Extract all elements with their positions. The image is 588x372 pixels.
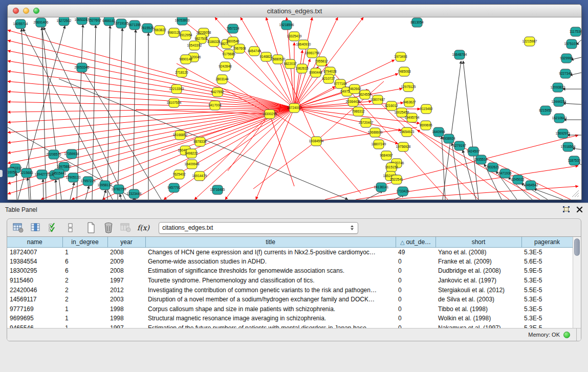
graph-node[interactable]: 15272502 [57, 17, 72, 26]
graph-node[interactable]: 1527602 [88, 17, 101, 25]
column-header[interactable]: title [145, 237, 396, 247]
graph-node[interactable]: 9424507 [467, 147, 480, 156]
graph-node[interactable]: 16782759 [112, 185, 126, 194]
graph-node[interactable]: 6279197 [453, 141, 466, 150]
graph-node[interactable]: 9242848 [219, 62, 232, 71]
graph-node[interactable]: 19218596 [279, 20, 294, 30]
graph-node[interactable]: 8427552 [211, 87, 224, 97]
graph-node[interactable]: 9115460 [420, 104, 433, 114]
graph-node[interactable]: 9457791 [167, 183, 181, 192]
column-header[interactable]: △out_de… [396, 237, 435, 247]
graph-node[interactable]: 16961758 [305, 49, 320, 58]
graph-node[interactable]: 9684067 [380, 151, 393, 160]
graph-node[interactable]: 7485063 [398, 67, 411, 76]
window-resize-grip[interactable] [570, 188, 579, 198]
table-header-row[interactable]: namein_degreeyeartitle△out_de…shortpager… [7, 237, 573, 247]
graph-node[interactable]: 8912954 [179, 31, 192, 40]
graph-node[interactable]: 8471936 [498, 169, 512, 178]
table-vertical-scrollbar[interactable] [573, 237, 581, 341]
graph-node[interactable]: 20691406 [34, 18, 49, 27]
graph-node[interactable]: 13942737 [35, 170, 50, 179]
graph-node[interactable]: 1962615 [295, 64, 309, 73]
graph-node[interactable]: 7625402 [172, 170, 186, 179]
column-header[interactable]: pagerank [521, 237, 573, 247]
graph-node[interactable]: 14055714 [13, 19, 28, 29]
table-row[interactable]: 911546021997Tourette syndrome. Phenomeno… [7, 276, 573, 286]
graph-node[interactable]: 2935514 [474, 155, 488, 164]
graph-node[interactable]: 9175685 [222, 50, 235, 59]
graph-node[interactable]: 16914479 [192, 171, 207, 181]
graph-node[interactable]: 12975125 [401, 82, 416, 92]
graph-node[interactable]: 18107554 [167, 98, 182, 107]
graph-node[interactable]: 10807487 [371, 95, 385, 104]
graph-node[interactable]: 7615526 [141, 24, 154, 33]
graph-node[interactable]: 20206576 [47, 150, 61, 159]
graph-node[interactable]: 9463627 [403, 98, 416, 107]
float-panel-icon[interactable] [562, 206, 570, 213]
graph-node[interactable]: 1615152 [385, 163, 398, 172]
graph-node[interactable]: 12215987 [522, 37, 537, 46]
graph-node[interactable]: 7832621 [486, 163, 499, 172]
graph-node[interactable]: 10719185 [114, 19, 129, 28]
graph-node[interactable]: 9210727 [322, 74, 335, 83]
graph-node[interactable]: 9960128 [167, 28, 181, 37]
graph-node[interactable]: 7957224 [226, 24, 239, 33]
graph-node[interactable]: 7955812 [315, 57, 328, 66]
graph-node[interactable]: 1187533 [568, 156, 581, 165]
close-panel-icon[interactable] [576, 206, 583, 213]
graph-node[interactable]: 15692971 [556, 129, 571, 138]
graph-node[interactable]: 18807249 [372, 140, 386, 149]
table-row[interactable]: 1938455462009Genome-wide association stu… [7, 257, 573, 267]
graph-node[interactable]: 17016504 [561, 142, 576, 151]
table-row[interactable]: 969969511998Structural magnetic resonanc… [7, 314, 573, 323]
table-row[interactable]: 1456911722003Disruption of a novel membe… [7, 295, 573, 304]
scrollbar-thumb[interactable] [574, 238, 580, 256]
graph-node[interactable]: 2803144 [215, 75, 229, 84]
graph-node[interactable]: 1215683 [20, 168, 33, 178]
graph-node[interactable]: 15720407 [359, 118, 374, 127]
graph-node[interactable]: 15751074 [564, 39, 579, 49]
graph-node[interactable]: 1973493 [394, 52, 407, 61]
graph-node[interactable]: 7986312 [352, 107, 365, 116]
graph-node[interactable]: 8813054 [410, 18, 424, 27]
graph-node[interactable]: 8454749 [248, 47, 261, 56]
graph-node[interactable]: 13325419 [287, 32, 302, 41]
graph-node[interactable]: 2522541 [390, 175, 403, 184]
graph-node[interactable]: 19654923 [400, 127, 415, 137]
new-table-icon[interactable] [85, 222, 97, 234]
collapsed-panel-handle[interactable] [0, 170, 3, 177]
table-row[interactable]: 977716911998Corpus callosum shape and si… [7, 304, 573, 314]
select-rows-icon[interactable] [47, 222, 59, 234]
graph-node[interactable]: 12323448 [127, 189, 142, 199]
graph-node[interactable]: 1733426 [396, 187, 409, 196]
graph-node[interactable]: 10688609 [368, 128, 383, 137]
graph-node[interactable]: 9329966 [560, 54, 573, 63]
graph-node[interactable]: 16409948 [185, 160, 200, 169]
row-height-icon[interactable] [64, 222, 77, 234]
graph-node[interactable]: 16648784 [452, 50, 467, 59]
graph-node[interactable]: 9671355 [128, 20, 141, 30]
graph-node[interactable]: 18724007 [287, 103, 302, 113]
graph-node[interactable]: 9227349 [559, 69, 572, 78]
graph-node[interactable]: 8990448 [309, 68, 322, 77]
network-canvas[interactable]: 1405571420691406152725021065328715276026… [8, 17, 581, 200]
graph-node[interactable]: 15716485 [210, 185, 225, 194]
table-row[interactable]: 1872400712008Changes of HCN gene express… [7, 247, 573, 257]
table-options-icon[interactable] [12, 222, 25, 234]
graph-node[interactable]: 9498222 [185, 149, 198, 158]
graph-node[interactable]: 12444154 [552, 97, 567, 106]
graph-node[interactable]: 2718120 [175, 68, 188, 77]
column-header[interactable]: name [7, 237, 62, 247]
graph-node[interactable]: 18640910 [296, 40, 311, 49]
network-view-window[interactable]: citations_edges.txt 14055714206914061527… [7, 4, 582, 200]
column-header[interactable]: in_degree [62, 237, 107, 247]
table-row[interactable]: 1830029562008Estimation of significance … [7, 266, 573, 276]
graph-node[interactable]: 6216012 [385, 101, 398, 111]
graph-node[interactable]: 9699695 [419, 121, 432, 130]
close-window-button[interactable] [13, 8, 19, 14]
graph-node[interactable]: 1117534 [570, 27, 581, 36]
graph-node[interactable]: 10653287 [75, 17, 90, 25]
function-builder-icon[interactable]: f(x) [137, 222, 149, 234]
delete-table-icon[interactable] [102, 222, 115, 234]
window-titlebar[interactable]: citations_edges.txt [8, 5, 581, 17]
